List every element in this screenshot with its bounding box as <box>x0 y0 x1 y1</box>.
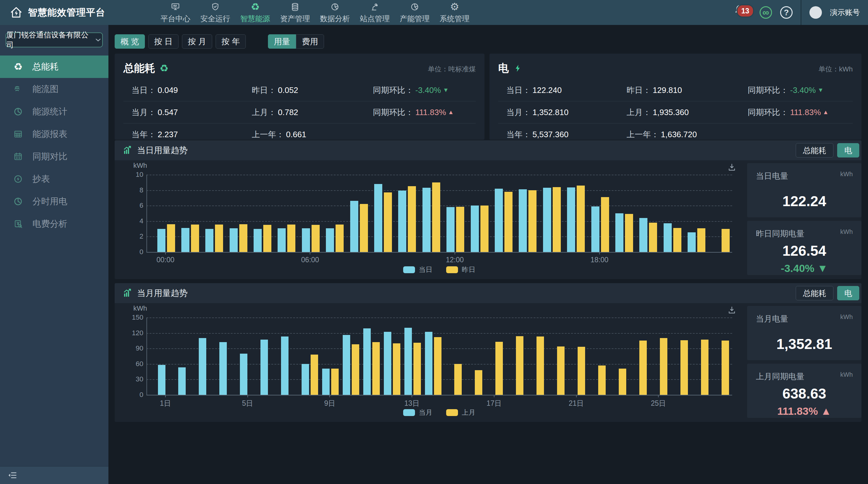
summary-cell: 同期环比：111.83%▲ <box>373 101 454 123</box>
chart-bar-previous <box>263 225 271 252</box>
nav-item-platform-center[interactable]: 平台中心 <box>155 0 195 25</box>
sidebar-item-tou-power[interactable]: 分时用电 <box>0 190 108 213</box>
trend-chart: kWh024681000:0006:0012:0018:00当日昨日 <box>115 160 742 279</box>
chart-bar-current <box>229 228 238 252</box>
summary-cell-label: 同期环比： <box>373 85 413 96</box>
main-content: 概 览按 日按 月按 年 用量费用 总能耗♻单位：吨标准煤当日：0.049昨日：… <box>108 25 868 484</box>
summary-rows: 当日：0.049昨日：0.052同期环比：-3.40%▼当月：0.547上月：0… <box>123 79 476 146</box>
x-axis-tickmark <box>455 252 455 254</box>
chart-bar-previous <box>536 337 544 395</box>
trend-filter-total-energy[interactable]: 总能耗 <box>796 286 833 300</box>
plot-area <box>147 175 733 252</box>
download-chart-button[interactable] <box>727 306 737 315</box>
nav-item-capacity-mgmt[interactable]: 产能管理 <box>395 0 435 25</box>
x-axis-tick: 17日 <box>475 399 513 408</box>
summary-cell-value: 5,537.360 <box>532 130 568 139</box>
stat-card-value: 122.24 <box>756 193 853 209</box>
chart-bar-current <box>404 328 412 395</box>
stat-card-header: 当月电量kWh <box>756 313 853 324</box>
nav-item-data-analysis[interactable]: 数据分析 <box>315 0 355 25</box>
legend-entry[interactable]: 当月 <box>403 408 432 417</box>
sidebar-item-period-compare[interactable]: 同期对比 <box>0 145 108 168</box>
nav-item-safe-operation[interactable]: 安全运行 <box>195 0 235 25</box>
chart-bar-previous <box>408 186 416 252</box>
summary-cell-value: 1,636.720 <box>661 130 697 139</box>
chart-bar-current <box>374 184 382 252</box>
summary-cell: 当月：0.547 <box>131 101 178 123</box>
link-icon[interactable]: ∞ <box>760 6 772 19</box>
chart-bar-current <box>158 365 165 395</box>
trend-up-icon: ▲ <box>823 109 829 116</box>
trend-icon <box>122 145 133 155</box>
company-selector[interactable]: 厦门锐谷通信设备有限公司 <box>6 32 103 48</box>
trend-up-icon: ▲ <box>448 109 454 116</box>
x-axis-tickmark <box>310 252 310 254</box>
tab-by-day[interactable]: 按 日 <box>148 34 179 49</box>
chart-bar-current <box>519 189 527 252</box>
legend-entry[interactable]: 当日 <box>403 265 432 275</box>
legend-swatch <box>446 409 458 416</box>
summary-cell: 当月：1,352.810 <box>506 101 568 123</box>
trend-down-icon: ▼ <box>443 87 448 93</box>
recycle-icon: ♻ <box>251 2 260 12</box>
legend-swatch <box>403 266 415 273</box>
summary-row: 当日：0.049昨日：0.052同期环比：-3.40%▼ <box>123 79 476 101</box>
tab-overview[interactable]: 概 览 <box>115 34 145 49</box>
legend-label: 当月 <box>419 408 432 417</box>
tab-by-month[interactable]: 按 月 <box>182 34 212 49</box>
unit-label: 单位：吨标准煤 <box>428 63 476 74</box>
summary-card-header: 电单位：kWh <box>498 54 853 76</box>
sidebar-item-label: 总能耗 <box>32 61 59 73</box>
sidebar-item-energy-flow[interactable]: 能流图 <box>0 78 108 101</box>
trend-section-title: 当日用量趋势 <box>137 145 188 156</box>
recycle-icon: ♻ <box>12 61 24 73</box>
stat-card-unit: kWh <box>840 171 853 178</box>
legend-label: 当日 <box>419 265 432 275</box>
tab-by-year[interactable]: 按 年 <box>216 34 246 49</box>
legend-entry[interactable]: 昨日 <box>446 265 475 275</box>
nav-item-smart-energy[interactable]: ♻智慧能源 <box>235 0 275 25</box>
legend-entry[interactable]: 上月 <box>446 408 475 417</box>
chart-bar-previous <box>721 341 729 395</box>
summary-cell-label: 当日： <box>506 85 531 96</box>
nav-item-asset-mgmt[interactable]: 资产管理 <box>275 0 315 25</box>
help-icon[interactable]: ? <box>780 6 793 19</box>
download-chart-button[interactable] <box>727 163 737 172</box>
notifications-button[interactable]: 13 <box>734 4 751 21</box>
chart-bar-current <box>363 329 371 395</box>
trend-filter-electric[interactable]: 电 <box>837 286 859 300</box>
clock-pie-icon <box>12 106 24 117</box>
nav-item-label: 安全运行 <box>200 14 230 24</box>
sidebar-item-label: 能源报表 <box>32 128 67 140</box>
top-nav: 平台中心安全运行♻智慧能源资产管理数据分析站点管理产能管理⚙系统管理 <box>155 0 474 25</box>
summary-cell: 同期环比：111.83%▲ <box>748 101 829 123</box>
company-name: 厦门锐谷通信设备有限公司 <box>6 30 90 50</box>
sidebar-item-energy-stats[interactable]: 能源统计 <box>0 101 108 123</box>
avatar[interactable] <box>809 6 822 19</box>
chart-bar-previous <box>331 369 339 395</box>
summary-cell-value: 111.83% <box>415 108 446 117</box>
nav-item-system-mgmt[interactable]: ⚙系统管理 <box>435 0 474 25</box>
chart-bar-previous <box>578 347 585 395</box>
summary-cell: 昨日：0.052 <box>252 79 298 101</box>
sidebar-item-meter-reading[interactable]: 抄表 <box>0 168 108 190</box>
mode-usage[interactable]: 用量 <box>268 34 296 49</box>
sidebar-item-total-energy[interactable]: ♻总能耗 <box>0 56 108 78</box>
bill-search-icon <box>12 218 24 230</box>
sidebar-collapse-bar[interactable] <box>0 466 108 484</box>
sidebar-item-bill-analysis[interactable]: 电费分析 <box>0 213 108 235</box>
stat-card-label: 上月同期电量 <box>756 371 804 382</box>
trend-filter-electric[interactable]: 电 <box>837 143 859 158</box>
chart-bar-previous <box>413 343 421 395</box>
mode-cost[interactable]: 费用 <box>296 34 324 49</box>
chart-bar-previous <box>697 228 705 252</box>
chart-bar-previous <box>239 224 247 252</box>
chart-bar-previous <box>384 192 392 252</box>
sidebar-item-label: 抄表 <box>32 173 50 185</box>
legend-swatch <box>403 409 415 416</box>
x-axis-tick: 25日 <box>640 399 677 408</box>
nav-item-site-mgmt[interactable]: 站点管理 <box>355 0 395 25</box>
sidebar-item-energy-report[interactable]: 能源报表 <box>0 123 108 145</box>
y-axis-tick: 0 <box>126 248 143 256</box>
trend-filter-total-energy[interactable]: 总能耗 <box>796 143 833 158</box>
